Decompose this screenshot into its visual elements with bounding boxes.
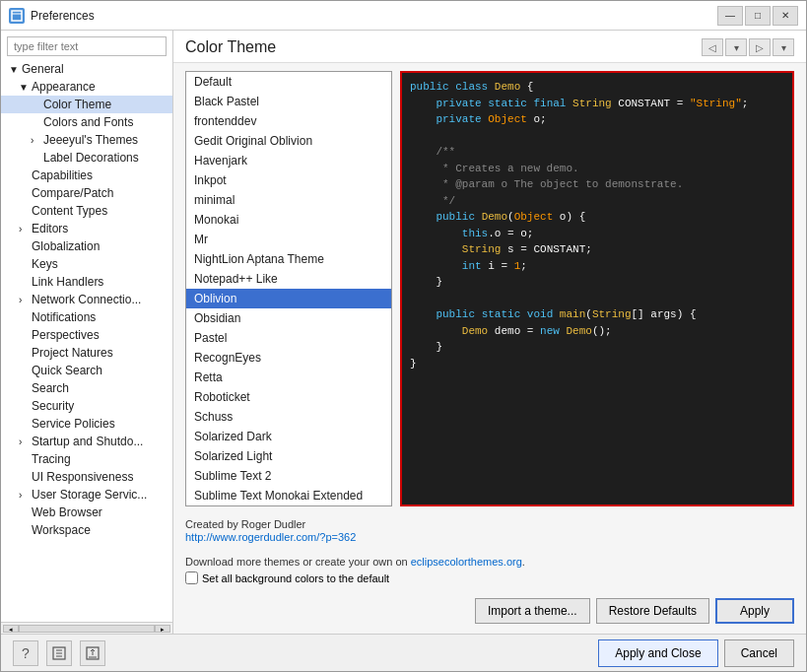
help-button[interactable]: ? bbox=[13, 640, 38, 666]
window-title: Preferences bbox=[31, 9, 717, 23]
nav-back-dropdown[interactable]: ▾ bbox=[725, 38, 747, 56]
window-controls: — □ ✕ bbox=[717, 6, 798, 26]
sidebar-item-network-conn[interactable]: › Network Connectio... bbox=[1, 291, 172, 308]
sidebar-item-workspace[interactable]: Workspace bbox=[1, 521, 172, 539]
theme-default[interactable]: Default bbox=[186, 72, 391, 92]
sidebar-item-ui-responsiveness[interactable]: UI Responsiveness bbox=[1, 468, 172, 486]
theme-nightlion[interactable]: NightLion Aptana Theme bbox=[186, 249, 391, 269]
sidebar-label-web-browser: Web Browser bbox=[32, 505, 102, 519]
arrow-icon bbox=[19, 188, 29, 199]
maximize-button[interactable]: □ bbox=[745, 6, 771, 26]
theme-roboticket[interactable]: Roboticket bbox=[186, 387, 391, 407]
nav-back-button[interactable]: ◁ bbox=[702, 38, 723, 56]
arrow-icon bbox=[19, 472, 29, 483]
sidebar-item-link-handlers[interactable]: Link Handlers bbox=[1, 273, 172, 291]
sidebar-item-startup[interactable]: › Startup and Shutdo... bbox=[1, 433, 172, 450]
theme-sublime-text-2[interactable]: Sublime Text 2 bbox=[186, 466, 391, 486]
sidebar-item-quick-search[interactable]: Quick Search bbox=[1, 362, 172, 379]
sidebar-label-editors: Editors bbox=[32, 222, 68, 235]
sidebar-item-globalization[interactable]: Globalization bbox=[1, 237, 172, 255]
sidebar-label-network-conn: Network Connectio... bbox=[32, 293, 141, 306]
sidebar-item-label-decorations[interactable]: Label Decorations bbox=[1, 149, 172, 167]
theme-retta[interactable]: Retta bbox=[186, 368, 391, 387]
sidebar-item-compare-patch[interactable]: Compare/Patch bbox=[1, 184, 172, 202]
checkbox-row: Set all background colors to the default bbox=[185, 571, 794, 584]
code-line-6: * Creates a new demo. bbox=[410, 161, 784, 177]
theme-sunburst[interactable]: Sunburst bbox=[186, 505, 391, 506]
theme-inkpot[interactable]: Inkpot bbox=[186, 170, 391, 190]
sidebar-item-colors-fonts[interactable]: Colors and Fonts bbox=[1, 113, 172, 131]
credit-link[interactable]: http://www.rogerdudler.com/?p=362 bbox=[185, 531, 356, 543]
scroll-left-btn[interactable]: ◂ bbox=[3, 625, 19, 633]
theme-black-pastel[interactable]: Black Pastel bbox=[186, 92, 391, 111]
close-button[interactable]: ✕ bbox=[773, 6, 798, 26]
sidebar-item-project-natures[interactable]: Project Natures bbox=[1, 344, 172, 362]
panel-body: Default Black Pastel frontenddev Gedit O… bbox=[173, 63, 806, 634]
theme-gedit-oblivion[interactable]: Gedit Original Oblivion bbox=[186, 131, 391, 151]
sidebar-item-notifications[interactable]: Notifications bbox=[1, 308, 172, 326]
theme-sublime-monokai[interactable]: Sublime Text Monokai Extended bbox=[186, 486, 391, 505]
nav-forward-button[interactable]: ▷ bbox=[749, 38, 771, 56]
theme-pastel[interactable]: Pastel bbox=[186, 328, 391, 348]
arrow-icon bbox=[19, 366, 29, 376]
sidebar-item-tracing[interactable]: Tracing bbox=[1, 450, 172, 468]
title-bar: Preferences — □ ✕ bbox=[1, 1, 806, 31]
sidebar-item-jeeeyuls[interactable]: › Jeeeyul's Themes bbox=[1, 131, 172, 149]
theme-solarized-dark[interactable]: Solarized Dark bbox=[186, 427, 391, 446]
download-prefix: Download more themes or create your own … bbox=[185, 556, 411, 568]
sidebar-scrollbar[interactable]: ◂ ▸ bbox=[1, 622, 172, 634]
cancel-button[interactable]: Cancel bbox=[724, 639, 794, 667]
sidebar-item-security[interactable]: Security bbox=[1, 397, 172, 415]
export-button[interactable] bbox=[46, 640, 72, 666]
sidebar-item-web-browser[interactable]: Web Browser bbox=[1, 504, 172, 521]
nav-forward-dropdown[interactable]: ▾ bbox=[773, 38, 794, 56]
sidebar-item-editors[interactable]: › Editors bbox=[1, 220, 172, 237]
minimize-button[interactable]: — bbox=[717, 6, 743, 26]
scroll-right-btn[interactable]: ▸ bbox=[155, 625, 170, 633]
bg-colors-checkbox[interactable] bbox=[185, 571, 198, 584]
sidebar-item-general[interactable]: ▼ General bbox=[1, 60, 172, 78]
sidebar-item-service-policies[interactable]: Service Policies bbox=[1, 415, 172, 433]
apply-button[interactable]: Apply bbox=[715, 598, 794, 624]
sidebar-item-content-types[interactable]: Content Types bbox=[1, 202, 172, 220]
download-text: Download more themes or create your own … bbox=[185, 556, 794, 568]
panel-title: Color Theme bbox=[185, 38, 276, 56]
sidebar-label-user-storage: User Storage Servic... bbox=[32, 488, 147, 502]
sidebar-item-capabilities[interactable]: Capabilities bbox=[1, 167, 172, 184]
theme-solarized-light[interactable]: Solarized Light bbox=[186, 446, 391, 466]
sidebar-item-appearance[interactable]: ▼ Appearance bbox=[1, 78, 172, 96]
code-line-17: } bbox=[410, 339, 784, 356]
sidebar-label-capabilities: Capabilities bbox=[32, 168, 93, 182]
action-buttons-row: Import a theme... Restore Defaults Apply bbox=[185, 596, 794, 626]
credit-area: Created by Roger Dudler http://www.roger… bbox=[185, 518, 794, 544]
horizontal-scrollbar[interactable] bbox=[19, 625, 155, 633]
tree-container: ▼ General ▼ Appearance Color Theme Color… bbox=[1, 60, 172, 622]
import-theme-button[interactable]: Import a theme... bbox=[475, 598, 590, 624]
theme-havenjark[interactable]: Havenjark bbox=[186, 151, 391, 170]
theme-mr[interactable]: Mr bbox=[186, 230, 391, 249]
theme-schuss[interactable]: Schuss bbox=[186, 407, 391, 427]
sidebar-item-search[interactable]: Search bbox=[1, 379, 172, 397]
theme-oblivion[interactable]: Oblivion bbox=[186, 289, 391, 308]
sidebar-item-color-theme[interactable]: Color Theme bbox=[1, 96, 172, 113]
import-button[interactable] bbox=[80, 640, 105, 666]
arrow-icon: › bbox=[19, 437, 29, 447]
sidebar-label-content-types: Content Types bbox=[32, 204, 107, 218]
filter-input[interactable] bbox=[7, 36, 167, 56]
download-link[interactable]: eclipsecolorthemes.org bbox=[411, 556, 522, 568]
sidebar-item-perspectives[interactable]: Perspectives bbox=[1, 326, 172, 344]
arrow-icon bbox=[19, 419, 29, 430]
theme-monokai[interactable]: Monokai bbox=[186, 210, 391, 230]
sidebar-item-user-storage[interactable]: › User Storage Servic... bbox=[1, 486, 172, 504]
sidebar-item-keys[interactable]: Keys bbox=[1, 255, 172, 273]
theme-recogneyes[interactable]: RecognEyes bbox=[186, 348, 391, 368]
theme-list[interactable]: Default Black Pastel frontenddev Gedit O… bbox=[185, 71, 392, 506]
theme-minimal[interactable]: minimal bbox=[186, 190, 391, 210]
restore-defaults-button[interactable]: Restore Defaults bbox=[596, 598, 709, 624]
arrow-icon bbox=[19, 401, 29, 412]
theme-frontenddev[interactable]: frontenddev bbox=[186, 111, 391, 131]
theme-obsidian[interactable]: Obsidian bbox=[186, 308, 391, 328]
apply-close-button[interactable]: Apply and Close bbox=[598, 639, 717, 667]
sidebar-label-appearance: Appearance bbox=[32, 80, 96, 94]
theme-notepadpp[interactable]: Notepad++ Like bbox=[186, 269, 391, 289]
